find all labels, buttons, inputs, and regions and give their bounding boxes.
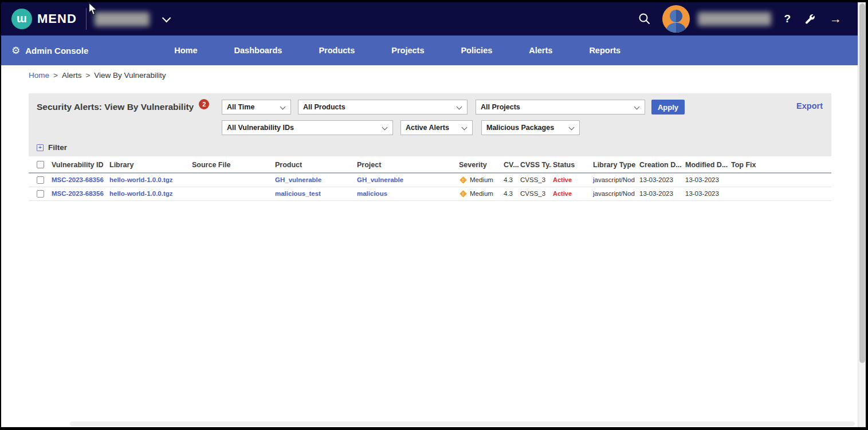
breadcrumb-alerts: Alerts xyxy=(62,71,82,80)
nav-item-alerts[interactable]: Alerts xyxy=(529,46,552,55)
top-fix-cell xyxy=(730,173,831,187)
org-chevron-down-icon[interactable] xyxy=(162,13,171,22)
col-project[interactable]: Project xyxy=(356,158,458,173)
filter-toggle-label[interactable]: Filter xyxy=(48,143,67,152)
search-icon[interactable] xyxy=(638,13,651,25)
breadcrumb-current-page: View By Vulnerability xyxy=(94,71,166,80)
project-link[interactable]: malicious xyxy=(357,190,387,197)
alert-count-badge: 2 xyxy=(199,99,209,109)
page-title-wrap: Security Alerts: View By Vulnerability 2 xyxy=(37,102,222,112)
breadcrumb-home-link[interactable]: Home xyxy=(29,71,49,80)
col-top-fix[interactable]: Top Fix xyxy=(730,158,831,173)
severity-medium-icon: ! xyxy=(459,176,467,184)
vulnerability-id-link[interactable]: MSC-2023-68356 xyxy=(52,190,104,197)
col-status[interactable]: Status xyxy=(552,158,592,173)
alert-type-filter-dropdown[interactable]: Malicious Packages xyxy=(482,121,579,135)
col-product[interactable]: Product xyxy=(274,158,356,173)
severity-label: Medium xyxy=(470,176,493,183)
project-filter-dropdown[interactable]: All Projects xyxy=(476,100,645,114)
col-library-type[interactable]: Library Type xyxy=(592,158,638,173)
col-library[interactable]: Library xyxy=(108,158,191,173)
topbar: ɯ MEND ? → xyxy=(1,2,858,35)
alert-status-filter-select[interactable]: Active Alerts xyxy=(400,120,473,135)
logout-arrow-icon[interactable]: → xyxy=(830,12,842,26)
library-link[interactable]: hello-world-1.0.0.tgz xyxy=(109,176,173,183)
nav-item-products[interactable]: Products xyxy=(319,46,355,55)
main-navbar: ⚙ Admin Console Home Dashboards Products… xyxy=(1,35,858,65)
vulnerability-id-link[interactable]: MSC-2023-68356 xyxy=(52,176,104,183)
select-all-checkbox[interactable] xyxy=(37,161,44,168)
breadcrumb-separator: > xyxy=(85,71,90,80)
nav-item-dashboards[interactable]: Dashboards xyxy=(234,46,282,55)
library-type-cell: javascript/Nod xyxy=(592,187,638,200)
avatar[interactable] xyxy=(662,5,690,33)
col-source-file[interactable]: Source File xyxy=(191,158,274,173)
table-header-row: Vulnerability ID Library Source File Pro… xyxy=(29,158,831,173)
product-filter-select[interactable]: All Products xyxy=(298,100,468,115)
col-cvss-type[interactable]: CVSS Ty... xyxy=(519,158,552,173)
row-checkbox[interactable] xyxy=(37,190,44,198)
nav-item-reports[interactable]: Reports xyxy=(589,46,620,55)
row-checkbox[interactable] xyxy=(37,176,44,184)
vulnerability-filter-select[interactable]: All Vulnerability IDs xyxy=(222,120,393,135)
breadcrumb-separator: > xyxy=(53,71,58,80)
cvss-type-cell: CVSS_3 xyxy=(519,187,552,200)
library-link[interactable]: hello-world-1.0.0.tgz xyxy=(109,190,173,197)
brand-name: MEND xyxy=(37,11,77,26)
filter-row-1: Security Alerts: View By Vulnerability 2… xyxy=(29,100,831,115)
nav-item-policies[interactable]: Policies xyxy=(461,46,492,55)
horizontal-scrollbar[interactable] xyxy=(70,421,855,426)
cvss-score-cell: 4.3 xyxy=(502,187,519,200)
project-filter-select[interactable]: All Projects xyxy=(476,100,645,115)
top-fix-cell xyxy=(730,187,831,200)
cvss-type-cell: CVSS_3 xyxy=(519,173,552,187)
wrench-icon[interactable] xyxy=(804,13,816,25)
help-icon[interactable]: ? xyxy=(784,13,791,25)
breadcrumb: Home > Alerts > View By Vulnerability xyxy=(1,65,866,85)
user-name-blurred xyxy=(698,12,771,26)
severity-label: Medium xyxy=(470,190,493,197)
select-all-header xyxy=(29,158,50,173)
product-link[interactable]: GH_vulnerable xyxy=(275,176,321,183)
status-badge: Active xyxy=(553,190,572,197)
cvss-score-cell: 4.3 xyxy=(502,173,519,187)
alert-type-filter-select[interactable]: Malicious Packages xyxy=(481,120,580,135)
mend-logo-icon[interactable]: ɯ xyxy=(11,9,32,29)
vulnerability-filter-dropdown[interactable]: All Vulnerability IDs xyxy=(222,121,392,135)
topbar-divider xyxy=(86,8,87,30)
apply-button[interactable]: Apply xyxy=(651,100,685,115)
table-row: MSC-2023-68356 hello-world-1.0.0.tgz GH_… xyxy=(29,173,831,187)
alert-status-filter-dropdown[interactable]: Active Alerts xyxy=(401,121,472,135)
table-row: MSC-2023-68356 hello-world-1.0.0.tgz mal… xyxy=(29,187,831,200)
source-file-cell xyxy=(191,187,274,200)
filter-expand-icon[interactable]: + xyxy=(37,144,44,151)
vertical-scrollbar[interactable] xyxy=(858,2,866,427)
filter-panel: Security Alerts: View By Vulnerability 2… xyxy=(29,93,831,156)
avatar-head xyxy=(670,10,682,22)
col-modified-date[interactable]: Modified D... xyxy=(684,158,730,173)
time-filter-dropdown[interactable]: All Time xyxy=(222,100,290,114)
project-link[interactable]: GH_vulnerable xyxy=(357,176,403,183)
nav-item-home[interactable]: Home xyxy=(174,46,197,55)
filter-toggle-row: + Filter xyxy=(29,143,831,152)
library-type-cell: javascript/Nod xyxy=(592,173,638,187)
alerts-table: Vulnerability ID Library Source File Pro… xyxy=(29,158,831,201)
col-creation-date[interactable]: Creation D... xyxy=(638,158,684,173)
col-vulnerability-id[interactable]: Vulnerability ID xyxy=(50,158,108,173)
product-link[interactable]: malicious_test xyxy=(275,190,321,197)
status-badge: Active xyxy=(553,176,572,183)
col-cvss-score[interactable]: CV... xyxy=(502,158,519,173)
nav-item-projects[interactable]: Projects xyxy=(391,46,424,55)
export-link[interactable]: Export xyxy=(796,101,823,111)
time-filter-select[interactable]: All Time xyxy=(222,100,291,115)
vertical-scrollbar-thumb[interactable] xyxy=(859,3,865,363)
nav-links: Home Dashboards Products Projects Polici… xyxy=(174,46,620,55)
org-name-blurred xyxy=(95,12,150,26)
product-filter-dropdown[interactable]: All Products xyxy=(299,100,467,114)
col-severity[interactable]: Severity xyxy=(458,158,502,173)
admin-console-label: Admin Console xyxy=(25,46,88,56)
creation-date-cell: 13-03-2023 xyxy=(638,173,684,187)
app-window: ɯ MEND ? → ⚙ Admin Console Home Dashboar… xyxy=(1,2,866,427)
severity-medium-icon: ! xyxy=(459,190,467,198)
admin-console-button[interactable]: ⚙ Admin Console xyxy=(11,46,88,56)
